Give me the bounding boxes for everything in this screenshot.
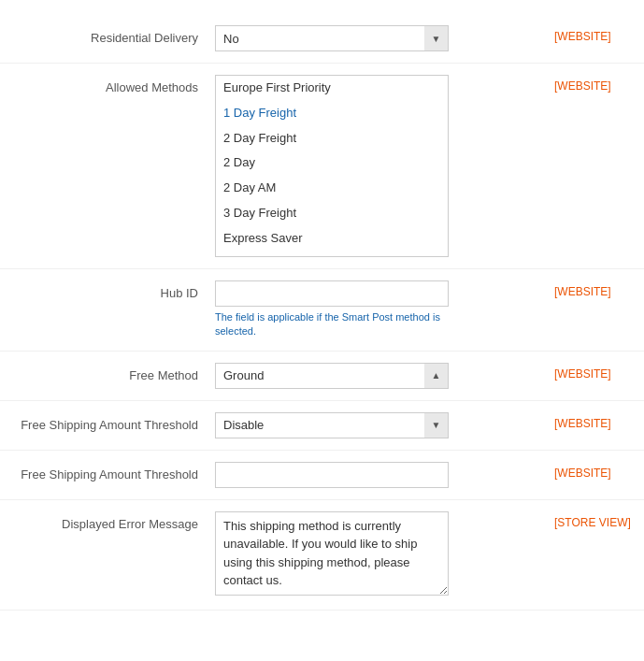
free-shipping-threshold-amount-control [215,462,541,488]
free-method-select[interactable]: None Ground Express Saver 1 Day Freight … [215,363,449,389]
displayed-error-message-row: Displayed Error Message This shipping me… [0,500,644,611]
list-item[interactable]: Ground [216,251,448,257]
free-shipping-threshold-type-label: Free Shipping Amount Threshold [19,412,215,434]
residential-delivery-row: Residential Delivery No Yes ▼ [WEBSITE] [0,14,644,64]
allowed-methods-row: Allowed Methods Europe First Priority 1 … [0,64,644,269]
free-method-label: Free Method [19,363,215,384]
free-method-select-wrapper[interactable]: None Ground Express Saver 1 Day Freight … [215,363,449,389]
residential-delivery-select-wrapper[interactable]: No Yes ▼ [215,25,449,51]
allowed-methods-listbox[interactable]: Europe First Priority 1 Day Freight 2 Da… [215,75,449,257]
residential-delivery-label: Residential Delivery [19,25,215,47]
residential-delivery-control: No Yes ▼ [215,25,541,51]
free-shipping-threshold-type-control: Disable Enable ▼ [215,412,541,438]
list-item[interactable]: 2 Day [216,151,448,176]
free-shipping-threshold-amount-input[interactable] [215,462,449,488]
free-shipping-threshold-amount-row: Free Shipping Amount Threshold [WEBSITE] [0,451,644,500]
hub-id-input[interactable] [215,280,449,307]
list-item[interactable]: Express Saver [216,226,448,251]
hub-id-label: Hub ID [19,280,215,302]
free-method-suffix: [WEBSITE] [541,363,625,381]
hub-id-row: Hub ID The field is applicable if the Sm… [0,269,644,352]
displayed-error-message-label: Displayed Error Message [19,511,215,533]
list-item[interactable]: 2 Day AM [216,176,448,201]
free-shipping-threshold-type-row: Free Shipping Amount Threshold Disable E… [0,401,644,451]
free-shipping-threshold-amount-suffix: [WEBSITE] [541,462,625,480]
list-item[interactable]: 1 Day Freight [216,101,448,126]
free-shipping-threshold-type-suffix: [WEBSITE] [541,412,625,430]
allowed-methods-suffix: [WEBSITE] [541,75,625,93]
residential-delivery-select[interactable]: No Yes [215,25,449,51]
free-method-row: Free Method None Ground Express Saver 1 … [0,352,644,401]
list-item[interactable]: 2 Day Freight [216,126,448,151]
list-item[interactable]: Europe First Priority [216,76,448,101]
displayed-error-message-textarea[interactable]: This shipping method is currently unavai… [215,511,449,596]
allowed-methods-control: Europe First Priority 1 Day Freight 2 Da… [215,75,541,257]
displayed-error-message-suffix: [STORE VIEW] [541,511,625,529]
free-shipping-threshold-type-select-wrapper[interactable]: Disable Enable ▼ [215,412,449,438]
free-shipping-threshold-type-select[interactable]: Disable Enable [215,412,449,438]
allowed-methods-label: Allowed Methods [19,75,215,96]
hub-id-hint: The field is applicable if the Smart Pos… [215,310,449,339]
free-shipping-threshold-amount-label: Free Shipping Amount Threshold [19,462,215,483]
list-item[interactable]: 3 Day Freight [216,201,448,226]
displayed-error-message-control: This shipping method is currently unavai… [215,511,541,598]
hub-id-control: The field is applicable if the Smart Pos… [215,280,541,339]
hub-id-suffix: [WEBSITE] [541,280,625,298]
free-method-control: None Ground Express Saver 1 Day Freight … [215,363,541,389]
residential-delivery-suffix: [WEBSITE] [541,25,625,43]
